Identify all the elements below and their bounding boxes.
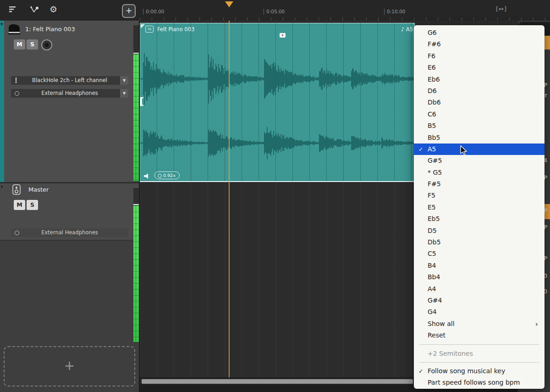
pitch-menu-item[interactable]: ✓ F#6 [414,39,544,50]
playhead-marker[interactable] [225,1,233,7]
menu-divider [419,344,539,345]
peak-marker [133,204,139,205]
pitch-menu-item[interactable]: ✓ A5 [414,144,544,155]
pitch-menu-item[interactable]: ✓ A4 [414,283,544,295]
pitch-menu-item[interactable]: ✓ D6 [414,85,544,97]
pitch-label: B4 [428,262,436,269]
pitch-menu-item[interactable]: ✓ G#4 [414,295,544,306]
pitch-label: G4 [428,308,437,315]
add-track-dropzone[interactable]: + [4,346,135,386]
pitch-menu-list: ✓ G6 ✓ F#6 ✓ F6 ✓ E6 ✓ Eb6 ✓ D6 [414,27,544,318]
track-list-icon[interactable] [8,5,17,16]
pitch-label: D6 [428,87,437,94]
track1-instrument-icon [7,23,21,37]
track1-color-strip [0,21,4,182]
time-label: 0:05.00 [264,9,285,15]
output-circle-icon [15,91,19,96]
scrollbar-thumb[interactable] [142,379,413,384]
pitch-menu-item[interactable]: ✓ B4 [414,260,544,271]
pitch-label: Db6 [428,99,441,106]
pitch-label: F#6 [428,40,441,48]
master-solo-button[interactable]: S [27,200,38,210]
speed-value: 0.92x [163,173,176,178]
pitch-label: A4 [428,285,436,293]
time-label: 0:10.00 [384,9,405,15]
fade-handle[interactable] [141,24,145,28]
master-title[interactable]: Master [28,186,49,193]
pitch-label: E6 [428,64,436,71]
chevron-right-icon: › [535,318,538,330]
pitch-label: G6 [428,29,437,36]
pitch-label: F5 [428,192,435,199]
pitch-menu-item[interactable]: ✓ Db5 [414,237,544,248]
pitch-label: F6 [428,52,435,60]
pitch-menu-item[interactable]: ✓ C6 [414,109,544,120]
show-all-label: Show all [428,320,455,327]
pitch-menu-item[interactable]: ✓ G6 [414,27,544,39]
menu-item-reset[interactable]: Reset [414,330,544,341]
chevron-down-icon[interactable]: ▼ [120,89,128,98]
trim-handle[interactable]: [ [139,95,144,107]
follow-key-label: Follow song musical key [428,367,505,375]
pitch-context-menu: ✓ G6 ✓ F#6 ✓ F6 ✓ E6 ✓ Eb6 ✓ D6 [414,25,544,389]
pitch-menu-item[interactable]: ✓ E6 [414,62,544,73]
speed-pill[interactable]: 0.92x [154,171,180,179]
pitch-menu-item[interactable]: ✓ F6 [414,50,544,62]
zoom-fit-icon[interactable]: [↔] [496,6,507,12]
gear-icon[interactable]: ⚙ [50,4,57,14]
ruler-ticks [140,17,550,21]
pitch-menu-item[interactable]: ✓ B5 [414,120,544,132]
loop-speed-icon [158,174,162,178]
meter-fill [133,54,139,181]
check-icon: ✓ [418,365,423,377]
pitch-menu-item[interactable]: ✓ F5 [414,190,544,201]
pitch-label: Eb6 [428,76,440,83]
audio-region[interactable]: rs Felt Piano 003 ♪ A5 ▾ [ 0.92x [140,23,415,182]
region-title: Felt Piano 003 [157,26,194,33]
reset-label: Reset [428,331,446,339]
master-mute-button[interactable]: M [14,200,25,210]
pitch-menu-item[interactable]: ✓ F#5 [414,178,544,190]
pitch-menu-item[interactable]: ✓ D5 [414,225,544,237]
track1-solo-button[interactable]: S [27,39,38,50]
automation-curve-icon[interactable] [29,5,39,16]
pitch-menu-item[interactable]: ✓ * G5 [414,167,544,178]
speaker-icon[interactable] [143,172,150,181]
menu-item-follow-key[interactable]: ✓ Follow song musical key [414,365,544,377]
pitch-label: Bb4 [428,273,440,281]
pitch-menu-item[interactable]: ✓ Db6 [414,97,544,108]
pitch-label: E5 [428,204,436,211]
master-collapse-icon[interactable]: ▾ [0,184,3,190]
pitch-menu-item[interactable]: ✓ E5 [414,202,544,213]
pitch-menu-item[interactable]: ✓ Bb5 [414,132,544,144]
add-button[interactable]: + [122,4,136,18]
region-pitch-label[interactable]: ♪ A5 [401,26,413,33]
part-speed-label: Part speed follows song bpm [428,379,520,386]
timeline-ruler[interactable]: 0:00.00 0:05.00 0:10.00 [↔] [140,0,550,21]
menu-item-part-speed[interactable]: Part speed follows song bpm [414,377,544,388]
pitch-menu-item[interactable]: ✓ G#5 [414,155,544,166]
pitch-label: D5 [428,227,437,234]
pitch-label: C5 [428,250,436,257]
region-marker-icon[interactable]: ▾ [280,33,286,38]
pitch-menu-item[interactable]: ✓ Eb6 [414,74,544,85]
track1-output-select[interactable]: External Headphones ▼ [11,89,128,98]
pitch-label: Db5 [428,238,441,246]
track1-record-button[interactable] [41,39,52,50]
pitch-menu-item[interactable]: ✓ C5 [414,248,544,259]
track1-collapse-icon[interactable]: ▾ [0,21,3,27]
track1-input-value: BlackHole 2ch - Left channel [32,77,107,83]
track1-title[interactable]: 1: Felt Piano 003 [25,26,75,33]
pitch-menu-item[interactable]: ✓ Eb5 [414,213,544,225]
track1-mute-button[interactable]: M [14,39,25,50]
menu-item-show-all[interactable]: Show all › [414,318,544,330]
master-output-select[interactable]: External Headphones [11,228,128,237]
track1-input-select[interactable]: BlackHole 2ch - Left channel ▼ [11,76,128,85]
daw-window: ⚙ + 0:00.00 0:05.00 0:10.00 [↔] rs Felt … [0,0,550,392]
mouse-cursor [459,145,469,158]
pitch-menu-item[interactable]: ✓ G4 [414,306,544,318]
pitch-menu-item[interactable]: ✓ Bb4 [414,271,544,283]
menu-divider [419,362,539,363]
toolbar: ⚙ + [0,0,140,21]
chevron-down-icon[interactable]: ▼ [120,76,128,85]
